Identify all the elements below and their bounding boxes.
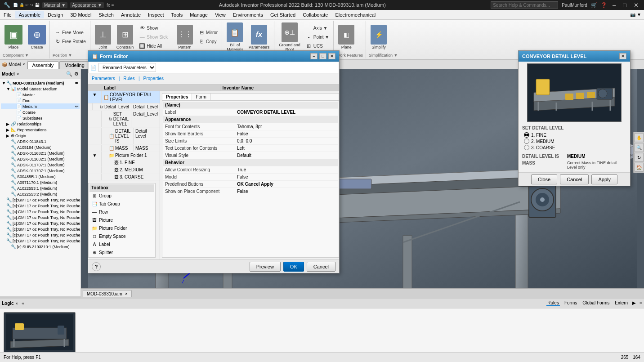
- tree-model-tab[interactable]: Model: [2, 72, 15, 76]
- toolbox-splitter[interactable]: ⊕ Splitter: [89, 248, 154, 256]
- nav-rules[interactable]: Rules: [123, 76, 135, 81]
- nav-properties[interactable]: Properties: [143, 76, 164, 81]
- tree-node-substitutes[interactable]: 📄 Substitutes: [1, 115, 80, 121]
- radio-medium-btn[interactable]: [524, 139, 529, 144]
- logic-settings-btn[interactable]: ≡: [640, 300, 642, 306]
- tree-node-adsk011682-1[interactable]: 🔧 ADSK-011682:1 (Medium): [1, 150, 80, 156]
- help-icon[interactable]: ❓: [601, 2, 607, 8]
- form-row-medium[interactable]: 🖼 2. MEDIUM: [88, 166, 160, 174]
- tree-search-icon[interactable]: 🔍: [66, 71, 72, 77]
- ribbon-freerotate-btn[interactable]: ↻Free Rotate: [53, 37, 87, 45]
- logic-tab-forms[interactable]: Forms: [564, 300, 578, 306]
- tree-node-fine[interactable]: 📄 Fine: [1, 98, 80, 103]
- tree-node-gmi5[interactable]: 🔧 [c]:GMI 17 oz Pouch Tray, No Pouches: [1, 220, 80, 226]
- cancel-btn[interactable]: Cancel: [307, 262, 335, 272]
- menu-getstarted[interactable]: Get Started: [267, 11, 299, 18]
- logic-tab-extern[interactable]: Extern: [614, 300, 629, 306]
- camera-dropdown[interactable]: 📷 ▼: [627, 11, 644, 18]
- toolbox-picturefolder[interactable]: 📁 Picture Folder: [89, 224, 154, 232]
- file-tab-close[interactable]: ×: [125, 291, 128, 296]
- form-row-mass[interactable]: 📋 MASS MASS: [88, 145, 160, 152]
- ribbon-ucs-btn[interactable]: ⊞UCS: [304, 42, 331, 50]
- maximize-btn[interactable]: □: [621, 2, 628, 9]
- tree-node-a1022553-1[interactable]: 🔧 A1022553:1 (Medium): [1, 185, 80, 191]
- tab-assembly[interactable]: Assembly: [27, 61, 59, 69]
- tree-node-representations[interactable]: ▶ 📐 Representations: [1, 127, 80, 133]
- ribbon-joint-btn[interactable]: ⊥ Joint: [93, 24, 113, 50]
- tree-node-adsk011707-1[interactable]: 🔧 ADSK-011707:1 (Medium): [1, 162, 80, 168]
- close-btn[interactable]: ✕: [632, 2, 640, 9]
- toolbox-label[interactable]: A Label: [89, 240, 154, 248]
- menu-annotate[interactable]: Annotate: [117, 11, 144, 18]
- tree-node-a1022553-2[interactable]: 🔧 A1022553:2 (Medium): [1, 191, 80, 197]
- menu-tools[interactable]: Tools: [168, 11, 187, 18]
- tree-node-gmi2[interactable]: 🔧 [c]:GMI 17 oz Pouch Tray, No Pouches: [1, 203, 80, 209]
- nav-parameters[interactable]: Parameters: [92, 76, 115, 81]
- tree-node-a0971170[interactable]: 🔧 A0971170:1 (Medium): [1, 179, 80, 185]
- tree-node-adsk011707-2[interactable]: 🔧 ADSK-011707:1 (Medium): [1, 168, 80, 174]
- model-tab-close[interactable]: ×: [22, 62, 25, 67]
- ribbon-create-btn[interactable]: ⊕ Create: [26, 24, 48, 50]
- home-icon[interactable]: 🏠: [635, 163, 644, 172]
- radio-fine[interactable]: 1. FINE: [524, 132, 625, 138]
- menu-manage[interactable]: Manage: [186, 11, 211, 18]
- logic-tab-rules[interactable]: Rules: [546, 300, 560, 306]
- menu-collaborate[interactable]: Collaborate: [299, 11, 331, 18]
- ribbon-plane-btn[interactable]: ◧ Plane: [336, 24, 356, 50]
- tree-node-relationships[interactable]: ▶ 🔗 Relationships: [1, 121, 80, 127]
- ribbon-freemove-btn[interactable]: →Free Move: [53, 28, 87, 36]
- search-input[interactable]: [491, 1, 558, 9]
- toolbox-tabgroup[interactable]: 📑 Tab Group: [89, 200, 154, 208]
- conveyor-detail-close-btn[interactable]: ✕: [619, 53, 626, 59]
- ribbon-pattern-btn[interactable]: ⋮⋮ Pattern: [175, 24, 195, 50]
- tree-node-master[interactable]: 📄 Master: [1, 92, 80, 98]
- params-select[interactable]: Renamed Parameters: [98, 63, 156, 72]
- edit-icon[interactable]: ✏: [75, 81, 79, 85]
- ribbon-constrain-btn[interactable]: ⊞ Constrain: [115, 24, 136, 50]
- viewport-file-tab[interactable]: MOD-039310.iam ×: [83, 290, 132, 297]
- menu-environments[interactable]: Environments: [229, 11, 267, 18]
- form-row-detaillevel[interactable]: fx Detail_Level Detail_Level: [88, 103, 160, 111]
- tree-node-gmi4[interactable]: 🔧 [c]:GMI 17 oz Pouch Tray, No Pouches: [1, 215, 80, 220]
- conveyor-cancel-btn[interactable]: Cancel: [560, 174, 589, 184]
- pan-icon[interactable]: ✋: [635, 133, 644, 142]
- tree-node-s00485r[interactable]: 🔧 S00485R:1 (Medium): [1, 174, 80, 179]
- tree-node-gmi7[interactable]: 🔧 [c]:GMI 17 oz Pouch Tray, No Pouches: [1, 232, 80, 238]
- tree-node-adsk1[interactable]: 🔧 ADSK-011843:1: [1, 139, 80, 144]
- props-tab-form[interactable]: Form: [192, 94, 210, 100]
- toolbox-emptyspace[interactable]: □ Empty Space: [89, 232, 154, 240]
- radio-coarse-btn[interactable]: [524, 145, 529, 150]
- radio-fine-btn[interactable]: [524, 132, 529, 138]
- logic-tab-globalforms[interactable]: Global Forms: [581, 300, 610, 306]
- form-row-coarse[interactable]: 🖼 3. COARSE: [88, 174, 160, 181]
- help-question-icon[interactable]: ?: [92, 262, 101, 271]
- logic-more-btn[interactable]: ▶: [632, 300, 636, 306]
- tree-node-gmi1[interactable]: 🔧 [c]:GMI 17 oz Pouch Tray, No Pouches: [1, 197, 80, 203]
- toolbox-group[interactable]: ⊞ Group: [89, 192, 154, 200]
- props-tab-properties[interactable]: Properties: [162, 94, 192, 100]
- form-row-detaillevelis[interactable]: 📋 DETAIL LEVEL IS Detail Level: [88, 128, 160, 145]
- material-dropdown[interactable]: Material ▼: [42, 2, 67, 8]
- zoom-icon[interactable]: 🔍: [635, 143, 644, 152]
- form-row-setdetaillevel[interactable]: fx SET DETAIL LEVEL Detail_Level: [88, 111, 160, 128]
- preview-btn[interactable]: Preview: [250, 262, 281, 272]
- logic-add[interactable]: +: [22, 301, 24, 306]
- tree-node-root[interactable]: ▼ 🔧 MOD-039310.iam (Medium) ✏: [1, 80, 80, 86]
- radio-coarse[interactable]: 3. COARSE: [524, 145, 625, 150]
- model-tab-label[interactable]: Model: [9, 62, 21, 67]
- ribbon-groundroot-btn[interactable]: ⊕⊥ Ground andRoot: [277, 22, 302, 53]
- menu-inspect[interactable]: Inspect: [144, 11, 167, 18]
- form-editor-minimize-btn[interactable]: –: [310, 53, 318, 59]
- tree-settings-icon[interactable]: ⚙: [74, 71, 79, 77]
- menu-sketch[interactable]: Sketch: [95, 11, 117, 18]
- tree-node-modelstates[interactable]: ▼ 📊 Model States: Medium: [1, 86, 80, 92]
- radio-medium[interactable]: 2. MEDIUM: [524, 139, 625, 144]
- minimize-btn[interactable]: –: [611, 2, 617, 9]
- form-row-picturefolder[interactable]: ▼ 📁 Picture Folder 1: [88, 152, 160, 159]
- tree-node-a105184[interactable]: 🔧 A105184 (Medium): [1, 144, 80, 150]
- form-editor-close-btn[interactable]: ✕: [328, 53, 335, 59]
- menu-electromechanical[interactable]: Electromechanical: [331, 11, 379, 18]
- ribbon-mirror-btn[interactable]: ⊟Mirror: [197, 28, 219, 36]
- ribbon-point-btn[interactable]: •Point ▼: [304, 33, 331, 41]
- tree-node-medium[interactable]: 📄 Medium ✏: [1, 103, 80, 109]
